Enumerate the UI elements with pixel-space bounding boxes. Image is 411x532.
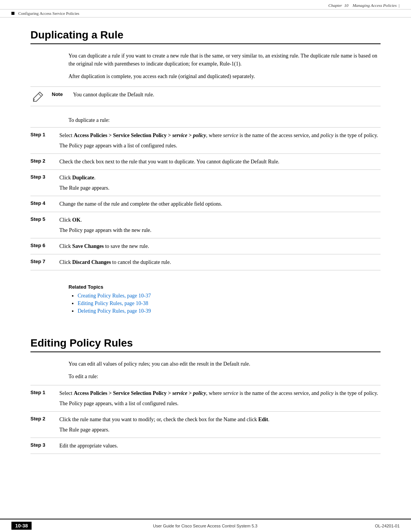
step-row: Step 3 Click Duplicate. The Rule page ap… xyxy=(30,170,381,196)
step7-content: Click Discard Changes to cancel the dupl… xyxy=(59,258,381,266)
breadcrumb-bullet xyxy=(11,12,14,15)
section-duplicating: Duplicating a Rule You can duplicate a r… xyxy=(30,29,381,322)
header-title: Managing Access Policies xyxy=(352,3,397,8)
footer-left: 10-38 xyxy=(11,522,35,530)
note-text: You cannot duplicate the Default rule. xyxy=(73,91,381,99)
step-row: Step 2 Click the rule name that you want… xyxy=(30,412,381,438)
section1-intro-p2: After duplication is complete, you acces… xyxy=(68,72,381,80)
step2-label: Step 2 xyxy=(30,158,53,166)
step1-content: Select Access Policies > Service Selecti… xyxy=(59,131,381,150)
step2-content: Check the check box next to the rule tha… xyxy=(59,158,381,166)
related-topics-title: Related Topics xyxy=(68,284,381,290)
page-header: Chapter 10 Managing Access Policies | xyxy=(0,0,411,10)
step-row: Step 4 Change the name of the rule and c… xyxy=(30,196,381,212)
footer-right-text: OL-24201-01 xyxy=(375,524,400,528)
s2-step2-content: Click the rule name that you want to mod… xyxy=(59,415,381,434)
step1-label: Step 1 xyxy=(30,131,53,150)
step-row: Step 1 Select Access Policies > Service … xyxy=(30,385,381,412)
svg-line-0 xyxy=(38,94,41,96)
s2-step2-label: Step 2 xyxy=(30,415,53,434)
s2-step1-content: Select Access Policies > Service Selecti… xyxy=(59,389,381,407)
step5-label: Step 5 xyxy=(30,216,53,234)
note-label: Note xyxy=(52,91,67,97)
s2-step3-content: Edit the appropriate values. xyxy=(59,442,381,450)
footer-center-text: User Guide for Cisco Secure Access Contr… xyxy=(35,524,375,528)
step-row: Step 5 Click OK. The Policy page appears… xyxy=(30,212,381,238)
step-row: Step 1 Select Access Policies > Service … xyxy=(30,128,381,154)
header-chapter: Chapter 10 Managing Access Policies | xyxy=(328,3,400,8)
step-row: Step 6 Click Save Changes to save the ne… xyxy=(30,238,381,254)
step-row: Step 2 Check the check box next to the r… xyxy=(30,154,381,170)
section2-title: Editing Policy Rules xyxy=(30,337,381,352)
section2-to-edit: To edit a rule: xyxy=(68,372,381,380)
related-topics: Related Topics Creating Policy Rules, pa… xyxy=(68,278,381,322)
step5-content: Click OK. The Policy page appears with t… xyxy=(59,216,381,234)
s2-step1-label: Step 1 xyxy=(30,389,53,407)
note-box: Note You cannot duplicate the Default ru… xyxy=(30,86,381,106)
step-row: Step 7 Click Discard Changes to cancel t… xyxy=(30,254,381,270)
section2-intro-p1: You can edit all values of policy rules;… xyxy=(68,360,381,368)
page-footer: 10-38 User Guide for Cisco Secure Access… xyxy=(0,519,411,532)
step3-label: Step 3 xyxy=(30,174,53,192)
list-item: Creating Policy Rules, page 10-37 xyxy=(78,293,381,299)
related-link-2[interactable]: Editing Policy Rules, page 10-38 xyxy=(78,300,148,306)
main-content: Duplicating a Rule You can duplicate a r… xyxy=(0,18,411,484)
section1-intro-p1: You can duplicate a rule if you want to … xyxy=(68,52,381,68)
footer-page-number: 10-38 xyxy=(11,522,32,530)
note-pencil-icon xyxy=(33,91,43,102)
related-topics-list: Creating Policy Rules, page 10-37 Editin… xyxy=(68,293,381,314)
related-link-3[interactable]: Deleting Policy Rules, page 10-39 xyxy=(78,308,151,314)
step-row: Step 3 Edit the appropriate values. xyxy=(30,438,381,454)
list-item: Editing Policy Rules, page 10-38 xyxy=(78,300,381,307)
sub-header: Configuring Access Service Policies xyxy=(0,10,411,18)
step3-content: Click Duplicate. The Rule page appears. xyxy=(59,174,381,192)
step6-content: Click Save Changes to save the new rule. xyxy=(59,242,381,250)
to-duplicate-text: To duplicate a rule: xyxy=(68,112,381,124)
s2-step3-label: Step 3 xyxy=(30,442,53,450)
step6-label: Step 6 xyxy=(30,242,53,250)
related-link-1[interactable]: Creating Policy Rules, page 10-37 xyxy=(78,293,151,299)
section1-title: Duplicating a Rule xyxy=(30,29,381,44)
step4-content: Change the name of the rule and complete… xyxy=(59,200,381,208)
section1-steps: Step 1 Select Access Policies > Service … xyxy=(30,127,381,270)
step4-label: Step 4 xyxy=(30,200,53,208)
step7-label: Step 7 xyxy=(30,258,53,266)
section2-steps: Step 1 Select Access Policies > Service … xyxy=(30,385,381,454)
note-icon-area xyxy=(30,91,46,102)
breadcrumb: Configuring Access Service Policies xyxy=(18,11,79,16)
section-editing: Editing Policy Rules You can edit all va… xyxy=(30,337,381,454)
list-item: Deleting Policy Rules, page 10-39 xyxy=(78,308,381,314)
